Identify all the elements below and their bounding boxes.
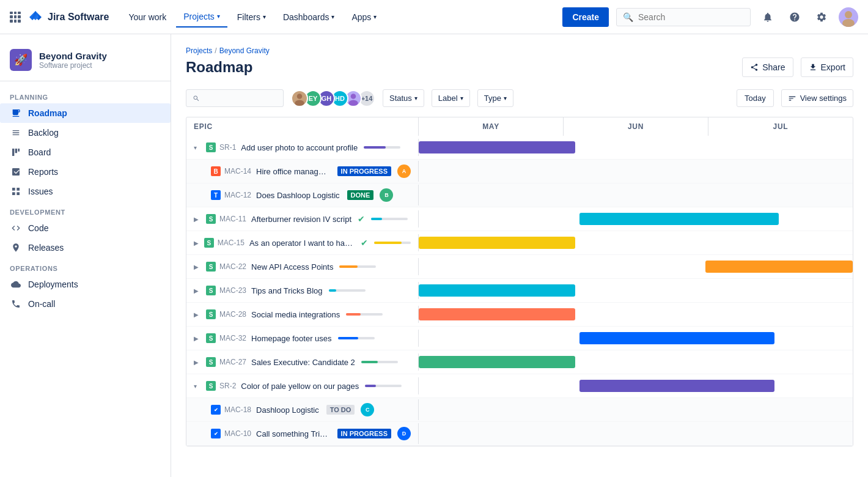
table-row: ▾ S SR-2 Color of pale yellow on our pag… bbox=[186, 374, 853, 398]
notifications-button[interactable] bbox=[758, 7, 778, 27]
sidebar: 🚀 Beyond Gravity Software project PLANNI… bbox=[0, 34, 171, 477]
epic-cell: ▶ S MAC-28 Social media integrations bbox=[186, 306, 419, 323]
timeline-cell bbox=[419, 398, 853, 421]
epic-key: MAC-12 bbox=[224, 191, 251, 199]
expand-icon[interactable]: ▶ bbox=[194, 311, 202, 318]
deployments-icon bbox=[10, 279, 22, 289]
board-icon bbox=[10, 147, 22, 157]
sidebar-item-releases[interactable]: Releases bbox=[0, 238, 171, 257]
expand-icon[interactable]: ▾ bbox=[194, 144, 202, 151]
epic-name: Hire office manager for bbox=[256, 167, 330, 176]
expand-icon[interactable]: ▶ bbox=[194, 216, 202, 223]
view-settings-button[interactable]: View settings bbox=[781, 89, 853, 107]
issues-icon bbox=[10, 187, 22, 196]
status-badge: IN PROGRESS bbox=[337, 166, 391, 176]
logo[interactable]: Jira Software bbox=[28, 10, 109, 24]
row-avatar: A bbox=[397, 165, 411, 178]
epic-name: Call something Tricky bbox=[256, 429, 330, 438]
sidebar-item-deployments[interactable]: Deployments bbox=[0, 275, 171, 294]
avatar-1[interactable] bbox=[291, 90, 308, 107]
timeline-cell bbox=[419, 255, 853, 278]
progress-bar bbox=[338, 337, 375, 339]
epic-name: Add user photo to account profile bbox=[241, 143, 358, 152]
backlog-label: Backlog bbox=[28, 128, 59, 138]
timeline-bar[interactable] bbox=[579, 332, 775, 344]
timeline-bar[interactable] bbox=[419, 237, 575, 249]
story-icon: S bbox=[206, 333, 216, 343]
help-icon bbox=[789, 12, 800, 23]
breadcrumb: Projects / Beyond Gravity bbox=[186, 46, 853, 55]
sidebar-item-roadmap[interactable]: Roadmap bbox=[0, 103, 171, 123]
table-row: ✔ MAC-18 Dashloop Logistic TO DO C bbox=[186, 398, 853, 422]
filter-search-input[interactable] bbox=[204, 94, 277, 103]
epic-name: New API Access Points bbox=[251, 262, 333, 272]
timeline-cell bbox=[419, 422, 853, 445]
oncall-icon bbox=[10, 299, 22, 309]
svg-rect-2 bbox=[12, 188, 15, 191]
nav-apps[interactable]: Apps ▾ bbox=[344, 7, 384, 27]
timeline-bar[interactable] bbox=[419, 356, 575, 368]
label-filter-button[interactable]: Label ▾ bbox=[432, 89, 470, 107]
app-switcher-button[interactable] bbox=[10, 12, 21, 23]
settings-button[interactable] bbox=[812, 7, 831, 27]
progress-fill bbox=[346, 313, 361, 316]
progress-bar bbox=[329, 289, 366, 292]
user-avatar[interactable] bbox=[839, 7, 858, 27]
timeline-bar[interactable] bbox=[579, 380, 775, 392]
nav-your-work[interactable]: Your work bbox=[121, 7, 174, 27]
avatar-group: EY GH HD +14 bbox=[291, 90, 375, 107]
breadcrumb-project-link[interactable]: Beyond Gravity bbox=[219, 46, 270, 55]
timeline-bar[interactable] bbox=[419, 141, 575, 153]
type-filter-button[interactable]: Type ▾ bbox=[477, 89, 513, 107]
search-input[interactable] bbox=[638, 12, 744, 22]
table-row: ▶ S MAC-22 New API Access Points bbox=[186, 255, 853, 279]
expand-icon[interactable]: ▶ bbox=[194, 287, 202, 294]
svg-rect-5 bbox=[17, 192, 20, 195]
timeline-bar[interactable] bbox=[419, 308, 575, 320]
epic-name: As an operator I want to have a cancel bbox=[249, 239, 355, 248]
epic-cell: ▶ S MAC-15 As an operator I want to have… bbox=[186, 234, 419, 251]
epic-key: SR-2 bbox=[219, 382, 236, 390]
search-box: 🔍 bbox=[616, 8, 751, 26]
timeline-bar[interactable] bbox=[579, 213, 779, 225]
epic-cell: ✔ MAC-10 Call something Tricky IN PROGRE… bbox=[186, 423, 419, 444]
timeline-bar[interactable] bbox=[419, 284, 575, 297]
months-header: MAY JUN JUL bbox=[419, 117, 853, 136]
progress-bar bbox=[374, 242, 411, 244]
epic-name: Tips and Tricks Blog bbox=[251, 286, 323, 295]
breadcrumb-projects-link[interactable]: Projects bbox=[186, 46, 212, 55]
epic-key: MAC-22 bbox=[219, 262, 246, 271]
help-button[interactable] bbox=[785, 7, 804, 27]
sidebar-item-code[interactable]: Code bbox=[0, 218, 171, 238]
expand-icon[interactable]: ▶ bbox=[194, 359, 202, 366]
expand-icon[interactable]: ▾ bbox=[194, 383, 202, 390]
label-chevron-icon: ▾ bbox=[460, 95, 463, 102]
story-icon: S bbox=[206, 286, 216, 295]
roadmap-header: Epic MAY JUN JUL bbox=[186, 117, 853, 136]
create-button[interactable]: Create bbox=[562, 7, 609, 27]
status-filter-button[interactable]: Status ▾ bbox=[383, 89, 424, 107]
sidebar-item-oncall[interactable]: On-call bbox=[0, 294, 171, 314]
progress-bar bbox=[371, 218, 408, 220]
task-icon: T bbox=[211, 190, 221, 200]
releases-icon bbox=[10, 243, 22, 253]
svg-point-0 bbox=[845, 11, 852, 18]
sidebar-item-board[interactable]: Board bbox=[0, 142, 171, 162]
sidebar-item-reports[interactable]: Reports bbox=[0, 162, 171, 182]
expand-icon[interactable]: ▶ bbox=[194, 240, 200, 246]
timeline-bar[interactable] bbox=[705, 261, 853, 273]
nav-dashboards[interactable]: Dashboards ▾ bbox=[276, 7, 342, 27]
filters-chevron-icon: ▾ bbox=[263, 13, 266, 20]
export-button[interactable]: Export bbox=[801, 57, 853, 77]
nav-projects[interactable]: Projects ▾ bbox=[176, 7, 227, 28]
jul-header: JUL bbox=[708, 117, 853, 136]
nav-filters[interactable]: Filters ▾ bbox=[230, 7, 273, 27]
sidebar-item-issues[interactable]: Issues bbox=[0, 182, 171, 201]
expand-icon[interactable]: ▶ bbox=[194, 335, 202, 342]
expand-icon[interactable]: ▶ bbox=[194, 264, 202, 270]
today-button[interactable]: Today bbox=[737, 89, 774, 107]
share-button[interactable]: Share bbox=[742, 57, 793, 77]
progress-bar bbox=[361, 361, 398, 363]
timeline-cell bbox=[419, 279, 853, 302]
sidebar-item-backlog[interactable]: Backlog bbox=[0, 123, 171, 142]
